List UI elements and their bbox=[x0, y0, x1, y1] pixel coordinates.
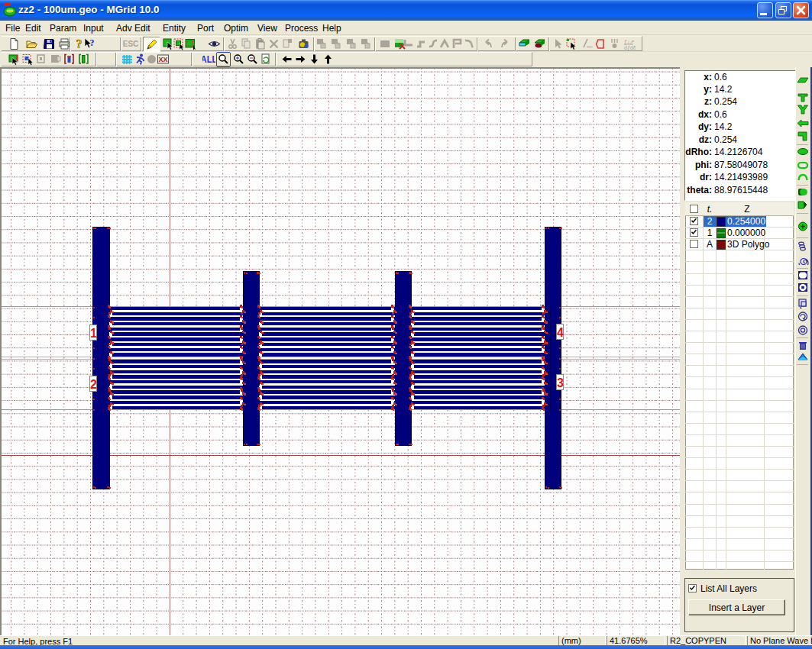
svg-text:mn: mn bbox=[587, 44, 593, 49]
svg-text:XX: XX bbox=[158, 56, 167, 63]
svg-text:ƒ↓↗: ƒ↓↗ bbox=[624, 39, 634, 45]
svg-text:?: ? bbox=[90, 37, 95, 48]
svg-text:dƒdδ: dƒdδ bbox=[624, 45, 636, 50]
svg-text:ALL: ALL bbox=[202, 55, 215, 65]
